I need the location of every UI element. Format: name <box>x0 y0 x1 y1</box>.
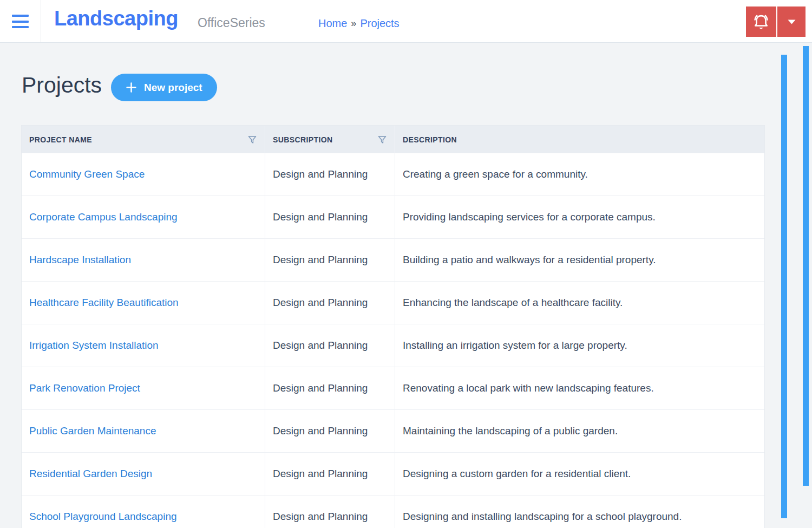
table-row: Park Renovation Project Design and Plann… <box>22 367 764 410</box>
table-row: Irrigation System Installation Design an… <box>22 324 764 367</box>
table-body: Community Green Space Design and Plannin… <box>22 153 764 528</box>
description-cell: Providing landscaping services for a cor… <box>395 196 764 238</box>
description-value: Installing an irrigation system for a la… <box>403 340 627 351</box>
subscription-cell: Design and Planning <box>265 196 395 238</box>
project-link[interactable]: Community Green Space <box>29 168 145 180</box>
subscription-value: Design and Planning <box>273 168 368 180</box>
top-header: Landscaping OfficeSeries Home » Projects <box>0 0 812 43</box>
projects-table: PROJECT NAME SUBSCRIPTION DESCRIPTION <box>22 126 764 528</box>
table-row: Public Garden Maintenance Design and Pla… <box>22 410 764 453</box>
plus-icon <box>126 82 137 93</box>
breadcrumb-home-link[interactable]: Home <box>318 17 347 30</box>
account-menu-button[interactable] <box>777 6 806 37</box>
project-link[interactable]: Irrigation System Installation <box>29 340 159 351</box>
description-value: Creating a green space for a community. <box>403 168 588 180</box>
description-value: Designing a custom garden for a resident… <box>403 468 631 480</box>
description-cell: Designing a custom garden for a resident… <box>395 453 764 495</box>
table-row: Healthcare Facility Beautification Desig… <box>22 282 764 324</box>
project-name-filter-button[interactable] <box>248 135 257 144</box>
project-name-cell: Residential Garden Design <box>22 453 265 495</box>
table-row: Hardscape Installation Design and Planni… <box>22 239 764 282</box>
project-name-cell: Irrigation System Installation <box>22 324 265 367</box>
subscription-cell: Design and Planning <box>265 453 395 495</box>
description-cell: Designing and installing landscaping for… <box>395 496 764 528</box>
project-link[interactable]: Corporate Campus Landscaping <box>29 211 178 223</box>
notifications-button[interactable] <box>746 6 776 37</box>
subscription-cell: Design and Planning <box>265 410 395 452</box>
project-name-cell: Community Green Space <box>22 153 265 195</box>
project-link[interactable]: Hardscape Installation <box>29 254 131 266</box>
project-name-cell: School Playground Landscaping <box>22 496 265 528</box>
project-link[interactable]: Public Garden Maintenance <box>29 425 156 437</box>
table-header-row: PROJECT NAME SUBSCRIPTION DESCRIPTION <box>22 126 764 153</box>
subscription-cell: Design and Planning <box>265 239 395 281</box>
table-row: Corporate Campus Landscaping Design and … <box>22 196 764 239</box>
funnel-icon <box>378 135 387 144</box>
subscription-cell: Design and Planning <box>265 282 395 324</box>
column-header-subscription: SUBSCRIPTION <box>265 126 395 153</box>
column-label: PROJECT NAME <box>29 135 92 144</box>
description-cell: Installing an irrigation system for a la… <box>395 324 764 367</box>
description-value: Renovating a local park with new landsca… <box>403 382 654 394</box>
breadcrumb: Home » Projects <box>318 17 400 30</box>
table-row: Community Green Space Design and Plannin… <box>22 153 764 196</box>
project-link[interactable]: School Playground Landscaping <box>29 511 177 523</box>
subscription-cell: Design and Planning <box>265 367 395 409</box>
project-link[interactable]: Healthcare Facility Beautification <box>29 297 179 309</box>
project-name-cell: Healthcare Facility Beautification <box>22 282 265 324</box>
app-title: Landscaping <box>54 7 178 30</box>
description-value: Maintaining the landscaping of a public … <box>403 425 618 437</box>
project-name-cell: Park Renovation Project <box>22 367 265 409</box>
breadcrumb-separator: » <box>351 18 356 29</box>
subscription-value: Design and Planning <box>273 340 368 351</box>
project-link[interactable]: Residential Garden Design <box>29 468 152 480</box>
subscription-value: Design and Planning <box>273 211 368 223</box>
subscription-value: Design and Planning <box>273 425 368 437</box>
table-row: Residential Garden Design Design and Pla… <box>22 453 764 496</box>
subscription-value: Design and Planning <box>273 511 368 523</box>
subscription-cell: Design and Planning <box>265 496 395 528</box>
breadcrumb-current-link[interactable]: Projects <box>360 17 399 30</box>
description-cell: Creating a green space for a community. <box>395 153 764 195</box>
column-label: SUBSCRIPTION <box>273 135 333 144</box>
subscription-cell: Design and Planning <box>265 153 395 195</box>
description-cell: Renovating a local park with new landsca… <box>395 367 764 409</box>
description-value: Providing landscaping services for a cor… <box>403 211 656 223</box>
table-row: School Playground Landscaping Design and… <box>22 496 764 528</box>
description-value: Designing and installing landscaping for… <box>403 511 682 523</box>
description-value: Building a patio and walkways for a resi… <box>403 254 656 266</box>
suite-name: OfficeSeries <box>198 16 265 30</box>
column-label: DESCRIPTION <box>403 135 457 144</box>
funnel-icon <box>248 135 257 144</box>
header-divider <box>41 0 41 42</box>
subscription-value: Design and Planning <box>273 254 368 266</box>
project-link[interactable]: Park Renovation Project <box>29 382 140 394</box>
content-scrollbar[interactable] <box>781 55 787 518</box>
subscription-value: Design and Planning <box>273 297 368 309</box>
subscription-filter-button[interactable] <box>378 135 387 144</box>
project-name-cell: Public Garden Maintenance <box>22 410 265 452</box>
subscription-value: Design and Planning <box>273 382 368 394</box>
page-title: Projects <box>22 73 102 98</box>
new-project-button[interactable]: New project <box>111 74 217 101</box>
new-project-label: New project <box>144 82 202 94</box>
caret-down-icon <box>787 19 796 25</box>
description-cell: Maintaining the landscaping of a public … <box>395 410 764 452</box>
project-name-cell: Corporate Campus Landscaping <box>22 196 265 238</box>
description-cell: Building a patio and walkways for a resi… <box>395 239 764 281</box>
description-value: Enhancing the landscape of a healthcare … <box>403 297 623 309</box>
column-header-project-name: PROJECT NAME <box>22 126 265 153</box>
bell-icon <box>752 12 770 31</box>
hamburger-menu-icon[interactable] <box>12 15 29 28</box>
project-name-cell: Hardscape Installation <box>22 239 265 281</box>
description-cell: Enhancing the landscape of a healthcare … <box>395 282 764 324</box>
column-header-description: DESCRIPTION <box>395 126 764 153</box>
subscription-cell: Design and Planning <box>265 324 395 367</box>
page-scrollbar[interactable] <box>803 46 809 486</box>
subscription-value: Design and Planning <box>273 468 368 480</box>
